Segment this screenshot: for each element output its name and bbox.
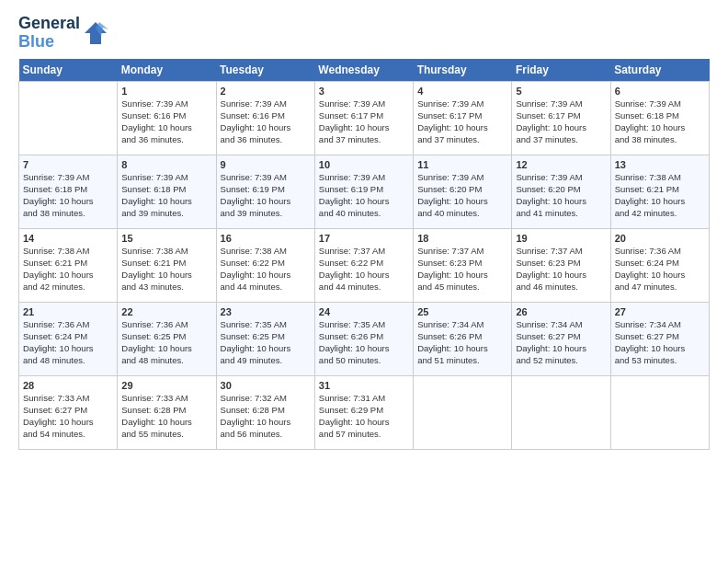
day-number: 16 xyxy=(221,232,311,246)
day-number: 18 xyxy=(417,232,507,246)
day-cell: 13Sunrise: 7:38 AM Sunset: 6:21 PM Dayli… xyxy=(610,155,709,228)
day-info: Sunrise: 7:32 AM Sunset: 6:28 PM Dayligh… xyxy=(221,393,311,440)
day-info: Sunrise: 7:37 AM Sunset: 6:22 PM Dayligh… xyxy=(319,246,409,293)
day-cell xyxy=(19,81,118,155)
day-cell: 31Sunrise: 7:31 AM Sunset: 6:29 PM Dayli… xyxy=(314,375,413,449)
day-info: Sunrise: 7:34 AM Sunset: 6:27 PM Dayligh… xyxy=(516,319,606,366)
day-cell: 8Sunrise: 7:39 AM Sunset: 6:18 PM Daylig… xyxy=(118,155,216,228)
day-cell: 7Sunrise: 7:39 AM Sunset: 6:18 PM Daylig… xyxy=(19,155,118,228)
day-info: Sunrise: 7:39 AM Sunset: 6:16 PM Dayligh… xyxy=(121,98,211,145)
day-number: 9 xyxy=(221,158,311,172)
calendar-body: 1Sunrise: 7:39 AM Sunset: 6:16 PM Daylig… xyxy=(19,81,710,449)
day-number: 31 xyxy=(319,379,409,393)
day-info: Sunrise: 7:38 AM Sunset: 6:21 PM Dayligh… xyxy=(23,246,113,293)
day-number: 26 xyxy=(516,305,606,319)
day-number: 24 xyxy=(319,305,409,319)
day-info: Sunrise: 7:39 AM Sunset: 6:18 PM Dayligh… xyxy=(121,172,211,219)
day-info: Sunrise: 7:36 AM Sunset: 6:24 PM Dayligh… xyxy=(23,319,113,366)
day-number: 30 xyxy=(221,379,311,393)
day-number: 5 xyxy=(516,85,606,98)
day-cell: 19Sunrise: 7:37 AM Sunset: 6:23 PM Dayli… xyxy=(512,228,610,302)
calendar-table: SundayMondayTuesdayWednesdayThursdayFrid… xyxy=(18,59,710,450)
day-info: Sunrise: 7:38 AM Sunset: 6:21 PM Dayligh… xyxy=(615,172,705,219)
day-info: Sunrise: 7:39 AM Sunset: 6:18 PM Dayligh… xyxy=(23,172,113,219)
day-info: Sunrise: 7:36 AM Sunset: 6:24 PM Dayligh… xyxy=(615,246,705,293)
day-info: Sunrise: 7:39 AM Sunset: 6:17 PM Dayligh… xyxy=(417,98,507,145)
logo-icon xyxy=(83,20,108,46)
week-row-1: 1Sunrise: 7:39 AM Sunset: 6:16 PM Daylig… xyxy=(19,81,710,155)
header-cell-sunday: Sunday xyxy=(19,59,118,82)
header-cell-friday: Friday xyxy=(512,59,610,82)
day-number: 19 xyxy=(516,232,606,246)
day-number: 22 xyxy=(121,305,211,319)
week-row-4: 21Sunrise: 7:36 AM Sunset: 6:24 PM Dayli… xyxy=(19,302,710,375)
day-cell: 1Sunrise: 7:39 AM Sunset: 6:16 PM Daylig… xyxy=(118,81,216,155)
week-row-5: 28Sunrise: 7:33 AM Sunset: 6:27 PM Dayli… xyxy=(19,375,710,449)
day-number: 15 xyxy=(121,232,211,246)
day-cell: 27Sunrise: 7:34 AM Sunset: 6:27 PM Dayli… xyxy=(610,302,709,375)
day-cell: 17Sunrise: 7:37 AM Sunset: 6:22 PM Dayli… xyxy=(314,228,413,302)
day-cell: 30Sunrise: 7:32 AM Sunset: 6:28 PM Dayli… xyxy=(216,375,314,449)
header: GeneralBlue xyxy=(18,15,710,52)
day-number: 3 xyxy=(319,85,409,98)
day-info: Sunrise: 7:34 AM Sunset: 6:27 PM Dayligh… xyxy=(615,319,705,366)
day-number: 11 xyxy=(417,158,507,172)
header-cell-wednesday: Wednesday xyxy=(314,59,413,82)
day-number: 21 xyxy=(23,305,113,319)
day-info: Sunrise: 7:39 AM Sunset: 6:19 PM Dayligh… xyxy=(319,172,409,219)
day-number: 13 xyxy=(615,158,705,172)
day-number: 14 xyxy=(23,232,113,246)
day-info: Sunrise: 7:33 AM Sunset: 6:28 PM Dayligh… xyxy=(121,393,211,440)
day-cell: 20Sunrise: 7:36 AM Sunset: 6:24 PM Dayli… xyxy=(610,228,709,302)
header-cell-saturday: Saturday xyxy=(610,59,709,82)
logo-text: GeneralBlue xyxy=(18,15,80,52)
day-info: Sunrise: 7:37 AM Sunset: 6:23 PM Dayligh… xyxy=(417,246,507,293)
day-info: Sunrise: 7:35 AM Sunset: 6:25 PM Dayligh… xyxy=(221,319,311,366)
day-cell: 16Sunrise: 7:38 AM Sunset: 6:22 PM Dayli… xyxy=(216,228,314,302)
day-cell: 3Sunrise: 7:39 AM Sunset: 6:17 PM Daylig… xyxy=(314,81,413,155)
day-info: Sunrise: 7:36 AM Sunset: 6:25 PM Dayligh… xyxy=(121,319,211,366)
header-cell-tuesday: Tuesday xyxy=(216,59,314,82)
day-number: 1 xyxy=(121,85,211,98)
header-row: SundayMondayTuesdayWednesdayThursdayFrid… xyxy=(19,59,710,82)
day-info: Sunrise: 7:38 AM Sunset: 6:22 PM Dayligh… xyxy=(221,246,311,293)
day-cell: 25Sunrise: 7:34 AM Sunset: 6:26 PM Dayli… xyxy=(414,302,512,375)
week-row-2: 7Sunrise: 7:39 AM Sunset: 6:18 PM Daylig… xyxy=(19,155,710,228)
day-cell: 9Sunrise: 7:39 AM Sunset: 6:19 PM Daylig… xyxy=(216,155,314,228)
day-cell: 21Sunrise: 7:36 AM Sunset: 6:24 PM Dayli… xyxy=(19,302,118,375)
day-cell: 12Sunrise: 7:39 AM Sunset: 6:20 PM Dayli… xyxy=(512,155,610,228)
logo: GeneralBlue xyxy=(18,15,108,52)
day-cell: 22Sunrise: 7:36 AM Sunset: 6:25 PM Dayli… xyxy=(118,302,216,375)
day-cell: 15Sunrise: 7:38 AM Sunset: 6:21 PM Dayli… xyxy=(118,228,216,302)
day-cell: 4Sunrise: 7:39 AM Sunset: 6:17 PM Daylig… xyxy=(414,81,512,155)
header-cell-monday: Monday xyxy=(118,59,216,82)
day-cell: 11Sunrise: 7:39 AM Sunset: 6:20 PM Dayli… xyxy=(414,155,512,228)
day-number: 20 xyxy=(615,232,705,246)
day-number: 6 xyxy=(615,85,705,98)
day-number: 28 xyxy=(23,379,113,393)
day-info: Sunrise: 7:39 AM Sunset: 6:16 PM Dayligh… xyxy=(221,98,311,145)
day-info: Sunrise: 7:39 AM Sunset: 6:18 PM Dayligh… xyxy=(615,98,705,145)
day-number: 7 xyxy=(23,158,113,172)
day-info: Sunrise: 7:39 AM Sunset: 6:17 PM Dayligh… xyxy=(319,98,409,145)
day-info: Sunrise: 7:39 AM Sunset: 6:20 PM Dayligh… xyxy=(417,172,507,219)
day-cell: 6Sunrise: 7:39 AM Sunset: 6:18 PM Daylig… xyxy=(610,81,709,155)
day-cell: 10Sunrise: 7:39 AM Sunset: 6:19 PM Dayli… xyxy=(314,155,413,228)
calendar-header: SundayMondayTuesdayWednesdayThursdayFrid… xyxy=(19,59,710,82)
day-cell xyxy=(610,375,709,449)
day-info: Sunrise: 7:31 AM Sunset: 6:29 PM Dayligh… xyxy=(319,393,409,440)
day-number: 29 xyxy=(121,379,211,393)
day-number: 4 xyxy=(417,85,507,98)
day-info: Sunrise: 7:33 AM Sunset: 6:27 PM Dayligh… xyxy=(23,393,113,440)
day-cell xyxy=(512,375,610,449)
day-number: 23 xyxy=(221,305,311,319)
day-cell: 26Sunrise: 7:34 AM Sunset: 6:27 PM Dayli… xyxy=(512,302,610,375)
day-cell: 29Sunrise: 7:33 AM Sunset: 6:28 PM Dayli… xyxy=(118,375,216,449)
day-info: Sunrise: 7:39 AM Sunset: 6:17 PM Dayligh… xyxy=(516,98,606,145)
day-cell: 14Sunrise: 7:38 AM Sunset: 6:21 PM Dayli… xyxy=(19,228,118,302)
header-cell-thursday: Thursday xyxy=(414,59,512,82)
day-cell xyxy=(414,375,512,449)
day-number: 17 xyxy=(319,232,409,246)
day-cell: 2Sunrise: 7:39 AM Sunset: 6:16 PM Daylig… xyxy=(216,81,314,155)
day-info: Sunrise: 7:39 AM Sunset: 6:19 PM Dayligh… xyxy=(221,172,311,219)
